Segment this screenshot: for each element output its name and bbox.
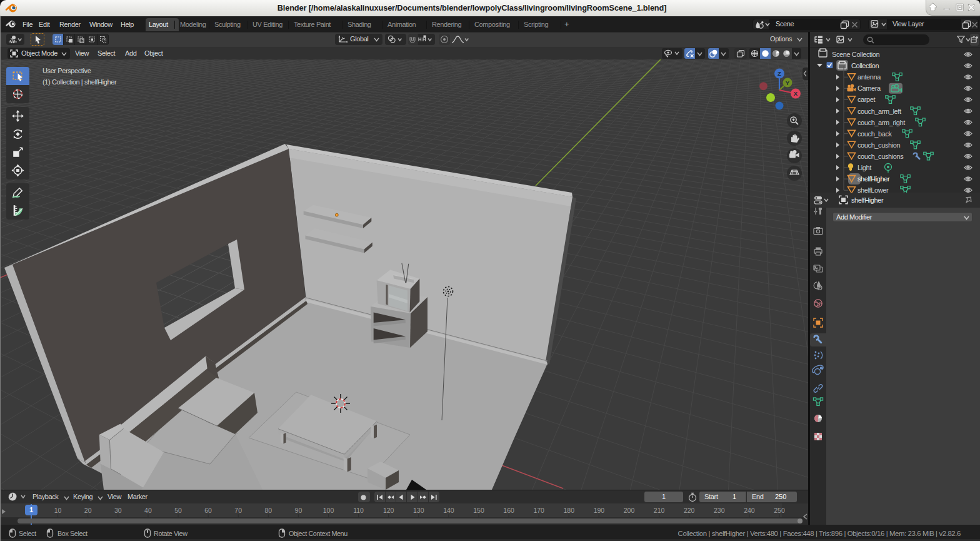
svg-text:180: 180 [564,507,575,514]
svg-text:70: 70 [234,507,242,514]
svg-text:240: 240 [744,507,755,514]
svg-text:130: 130 [413,507,424,514]
svg-text:20: 20 [84,507,92,514]
svg-text:40: 40 [144,507,152,514]
svg-text:250: 250 [774,507,785,514]
svg-text:90: 90 [295,507,302,514]
svg-text:190: 190 [594,507,605,514]
svg-text:antenna: antenna [858,73,881,81]
svg-text:Scene Collection: Scene Collection [832,51,879,58]
svg-text:Z: Z [778,70,781,77]
svg-text:couch_arm_right: couch_arm_right [858,119,905,126]
svg-text:Camera: Camera [858,84,881,92]
svg-text:210: 210 [654,507,665,514]
svg-text:couch_back: couch_back [858,130,892,138]
svg-text:shelfLower: shelfLower [858,186,889,193]
svg-text:220: 220 [684,507,695,514]
svg-text:(1) Collection | shelfHigher: (1) Collection | shelfHigher [42,78,117,86]
svg-text:120: 120 [383,507,394,514]
svg-text:10: 10 [54,507,62,514]
svg-text:100: 100 [323,507,334,514]
svg-text:140: 140 [443,507,454,514]
svg-text:shelfHigher: shelfHigher [858,175,890,183]
svg-text:160: 160 [503,507,514,514]
svg-text:Y: Y [786,79,790,86]
svg-text:couch_cushion: couch_cushion [858,141,900,149]
svg-text:200: 200 [624,507,635,514]
svg-text:carpet: carpet [858,96,876,103]
svg-text:Collection: Collection [851,62,879,69]
svg-text:X: X [794,90,798,97]
svg-text:170: 170 [533,507,544,514]
svg-text:couch_arm_left: couch_arm_left [858,108,901,115]
svg-text:110: 110 [353,507,364,514]
svg-text:60: 60 [204,507,212,514]
svg-text:User Perspective: User Perspective [42,67,91,74]
svg-text:230: 230 [714,507,725,514]
svg-text:Light: Light [858,164,871,171]
svg-text:50: 50 [174,507,182,514]
svg-text:80: 80 [264,507,272,514]
svg-text:150: 150 [473,507,484,514]
svg-text:couch_cushions: couch_cushions [858,153,904,160]
svg-text:30: 30 [114,507,122,514]
